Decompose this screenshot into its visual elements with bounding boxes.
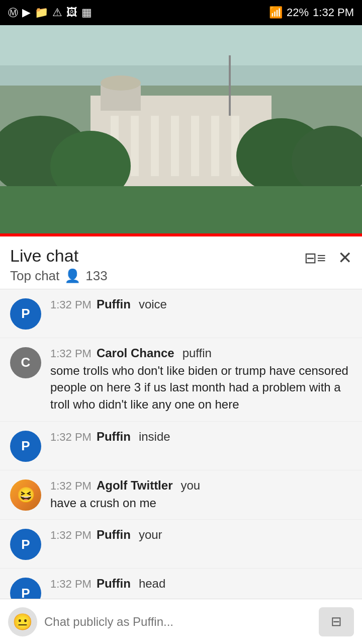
chat-message-item: P 1:32 PM Puffin inside (0, 422, 362, 470)
avatar: P (10, 529, 41, 560)
chat-username: Carol Chance (97, 346, 174, 360)
chat-header: Live chat Top chat 👤 133 ⊟≡ ✕ (0, 236, 362, 289)
chat-content: 1:32 PM Agolf Twittler you have a crush … (50, 478, 352, 512)
chat-message-item: P 1:32 PM Puffin voice (0, 289, 362, 338)
video-player[interactable] (0, 25, 362, 236)
chat-subtitle: Top chat 👤 133 (10, 268, 108, 284)
video-thumbnail (0, 25, 362, 236)
chat-text: voice (139, 297, 167, 311)
emoji-button[interactable]: 😐 (8, 607, 37, 636)
chat-content: 1:32 PM Puffin head (50, 577, 352, 593)
live-chat-title: Live chat (10, 246, 108, 266)
avatar: 😆 (10, 479, 41, 511)
chat-time: 1:32 PM (50, 298, 92, 311)
status-left-icons: Ⓜ ▶ 📁 ⚠ 🖼 ▦ (8, 6, 92, 20)
chat-message-item: P 1:32 PM Puffin your (0, 520, 362, 569)
chat-text: head (139, 577, 165, 591)
chat-message-body: have a crush on me (50, 496, 156, 510)
chat-username: Puffin (97, 577, 131, 591)
chat-text: puffin (183, 346, 212, 360)
progress-bar (0, 233, 362, 236)
send-button[interactable]: ⊟ (319, 607, 354, 636)
chat-message-body: some trolls who don't like biden or trum… (50, 364, 348, 411)
chat-list: P 1:32 PM Puffin voice C 1:32 PM Carol C… (0, 289, 362, 644)
chat-input-bar: 😐 ⊟ (0, 599, 362, 644)
chat-meta: 1:32 PM Puffin your (50, 528, 352, 542)
chat-text: your (139, 528, 162, 542)
chat-message-item: C 1:32 PM Carol Chance puffin some troll… (0, 338, 362, 422)
chat-meta: 1:32 PM Puffin head (50, 577, 352, 591)
icon-play: ▶ (22, 6, 31, 19)
chat-meta: 1:32 PM Carol Chance puffin (50, 346, 352, 360)
send-icon: ⊟ (331, 614, 342, 629)
time-display: 1:32 PM (313, 6, 354, 19)
close-icon[interactable]: ✕ (338, 248, 352, 268)
chat-message-item: 😆 1:32 PM Agolf Twittler you have a crus… (0, 470, 362, 520)
chat-username: Agolf Twittler (97, 478, 173, 493)
chat-username: Puffin (97, 430, 131, 444)
avatar: P (10, 431, 41, 462)
people-icon: 👤 (64, 268, 80, 284)
chat-input[interactable] (44, 607, 312, 636)
chat-meta: 1:32 PM Puffin voice (50, 297, 352, 311)
wifi-icon: 📶 (269, 6, 283, 19)
chat-meta: 1:32 PM Puffin inside (50, 430, 352, 444)
battery-text: 22% (287, 6, 309, 19)
chat-time: 1:32 PM (50, 479, 92, 493)
emoji-icon: 😐 (13, 612, 33, 631)
status-right-info: 📶 22% 1:32 PM (269, 6, 354, 19)
top-chat-label[interactable]: Top chat (10, 268, 59, 284)
chat-username: Puffin (97, 297, 131, 311)
icon-warning: ⚠ (52, 6, 62, 19)
chat-meta: 1:32 PM Agolf Twittler you (50, 478, 352, 493)
chat-time: 1:32 PM (50, 347, 92, 360)
icon-image: 🖼 (66, 6, 77, 19)
chat-time: 1:32 PM (50, 529, 92, 542)
icon-m: Ⓜ (8, 6, 18, 20)
viewer-count: 133 (85, 268, 107, 284)
avatar: P (10, 298, 41, 330)
icon-calendar: ▦ (81, 6, 92, 19)
filter-icon[interactable]: ⊟≡ (304, 249, 326, 267)
chat-content: 1:32 PM Carol Chance puffin some trolls … (50, 346, 352, 413)
chat-content: 1:32 PM Puffin voice (50, 297, 352, 313)
chat-username: Puffin (97, 528, 131, 542)
chat-text: you (180, 478, 200, 493)
icon-folder: 📁 (35, 6, 48, 19)
chat-content: 1:32 PM Puffin inside (50, 430, 352, 446)
chat-time: 1:32 PM (50, 578, 92, 591)
chat-title-area: Live chat Top chat 👤 133 (10, 246, 108, 284)
chat-content: 1:32 PM Puffin your (50, 528, 352, 544)
avatar: C (10, 347, 41, 378)
chat-time: 1:32 PM (50, 431, 92, 444)
chat-text: inside (139, 430, 170, 444)
status-bar: Ⓜ ▶ 📁 ⚠ 🖼 ▦ 📶 22% 1:32 PM (0, 0, 362, 25)
chat-header-actions: ⊟≡ ✕ (304, 246, 352, 268)
